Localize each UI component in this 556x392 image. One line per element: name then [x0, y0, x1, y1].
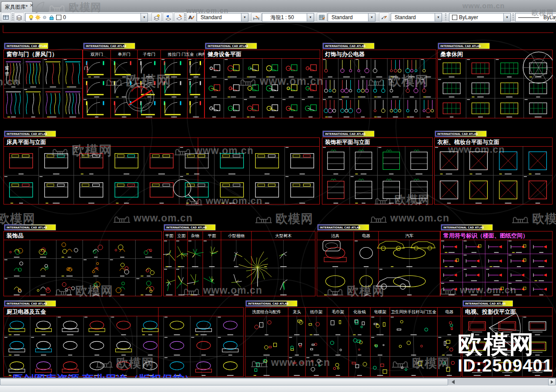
layer-lock-icon[interactable]	[48, 14, 54, 20]
table-style-button[interactable]	[317, 13, 327, 22]
table-style-icon	[318, 14, 325, 21]
cad-sheets: INTERNATIONAL CAD ATLAS窗帘与门（屏风门）窗帘INTERN…	[0, 23, 556, 378]
make-layer-current-icon	[153, 14, 160, 21]
scrollbar-thumb[interactable]	[0, 379, 448, 385]
svg-text:INTERNATIONAL CAD ATLAS: INTERNATIONAL CAD ATLAS	[208, 44, 248, 47]
scroll-right-button[interactable]	[548, 379, 556, 385]
layer-properties-button[interactable]	[14, 13, 24, 22]
cad-panel-beds: INTERNATIONAL CAD ATLAS床具平面与立面	[3, 131, 320, 204]
svg-text:床具平面与立面: 床具平面与立面	[6, 139, 46, 145]
svg-text:INTERNATIONAL CAD ATLAS: INTERNATIONAL CAD ATLAS	[443, 226, 484, 229]
layer-color-swatch[interactable]	[56, 15, 61, 20]
scroll-left-arrow-icon[interactable]	[452, 380, 455, 384]
svg-text:INTERNATIONAL CAD ATLAS: INTERNATIONAL CAD ATLAS	[7, 302, 47, 305]
bylayer-color-swatch	[452, 15, 457, 20]
svg-text:卫生间扶手拉杆与门五金: 卫生间扶手拉杆与门五金	[391, 309, 436, 314]
cad-panel-fitness: INTERNATIONAL CAD ATLAS健身设备平面	[204, 43, 320, 118]
status-strip	[0, 385, 556, 392]
layer-freeze-icon[interactable]	[42, 14, 47, 20]
mleader-style-value: Standard	[395, 14, 416, 20]
dim-style-icon	[253, 14, 260, 21]
cad-panel-tv-projector: INTERNATIONAL CAD ATLAS电视、投影仪平立面	[462, 300, 553, 377]
toolbar-grip	[445, 13, 446, 21]
dim-style-value: 海龍1 : 50	[271, 14, 294, 21]
svg-text:INTERNATIONAL CAD ATLAS: INTERNATIONAL CAD ATLAS	[325, 132, 365, 135]
text-style-icon: A	[188, 14, 195, 21]
svg-text:INTERNATIONAL CAD ATLAS: INTERNATIONAL CAD ATLAS	[86, 44, 126, 47]
svg-text:INTERNATIONAL CAD ATLAS: INTERNATIONAL CAD ATLAS	[437, 132, 478, 135]
dim-style-arrow[interactable]: ▾	[307, 13, 314, 21]
svg-text:立面: 立面	[178, 233, 186, 238]
svg-text:洁具: 洁具	[331, 233, 340, 238]
svg-text:双开门: 双开门	[90, 52, 103, 57]
layer-on-bulb-icon[interactable]	[28, 14, 34, 20]
linetype-control-value: ByLayer	[543, 14, 556, 20]
cad-panel-doors: INTERNATIONAL CAD ATLAS双开门单开门子母门推拉门门五金（构…	[83, 43, 204, 118]
svg-text:INTERNATIONAL CAD ATLAS: INTERNATIONAL CAD ATLAS	[440, 44, 481, 47]
svg-text:化妆镜: 化妆镜	[353, 309, 366, 314]
make-layer-current-button[interactable]	[151, 13, 162, 22]
svg-text:衣柜、梳妆台平面与立面: 衣柜、梳妆台平面与立面	[437, 139, 499, 145]
mleader-style-arrow[interactable]: ▾	[435, 13, 442, 21]
cad-panel-kitchen-bath: INTERNATIONAL CAD ATLAS厨卫电器及五金	[3, 300, 244, 377]
named-view-button[interactable]	[1, 13, 11, 22]
color-control-arrow[interactable]: ▾	[503, 13, 510, 21]
toolbar-grip	[512, 13, 514, 21]
svg-text:电器: 电器	[445, 309, 454, 314]
named-view-icon	[3, 14, 10, 21]
text-style-button[interactable]: A	[186, 13, 197, 22]
horizontal-scrollbar[interactable]	[0, 378, 556, 386]
svg-text:INTERNATIONAL CAD ATLAS: INTERNATIONAL CAD ATLAS	[465, 302, 506, 305]
layer-previous-icon	[164, 14, 171, 21]
cad-panel-lighting: INTERNATIONAL CAD ATLAS灯饰与办公电器	[322, 43, 436, 118]
layer-previous-button[interactable]	[163, 13, 173, 22]
svg-text:汽车: 汽车	[405, 233, 414, 238]
layers-icon	[16, 14, 23, 21]
svg-text:厨卫电器及五金: 厨卫电器及五金	[6, 308, 47, 315]
svg-text:洗面组合与配件: 洗面组合与配件	[252, 309, 281, 314]
layer-thaw-sun-icon[interactable]	[35, 14, 41, 20]
svg-text:电器: 电器	[362, 233, 371, 238]
svg-text:装饰柜平面与立面: 装饰柜平面与立面	[325, 139, 370, 145]
svg-text:毛巾架: 毛巾架	[332, 309, 344, 314]
dim-style-combo[interactable]: 海龍1 : 50 ▾	[262, 13, 314, 22]
cad-panel-ornaments: INTERNATIONAL CAD ATLAS装饰品	[3, 224, 162, 296]
text-style-arrow[interactable]: ▾	[241, 13, 248, 21]
svg-text:平面: 平面	[165, 233, 174, 238]
toolbar-grip	[184, 13, 186, 21]
drawing-canvas[interactable]: INTERNATIONAL CAD ATLAS窗帘与门（屏风门）窗帘INTERN…	[0, 23, 556, 378]
svg-text:单开门: 单开门	[117, 52, 131, 57]
cad-panel-curtains: INTERNATIONAL CAD ATLAS窗帘与门（屏风门）窗帘	[3, 43, 83, 118]
mleader-style-icon	[381, 14, 388, 21]
svg-text:帘: 帘	[5, 71, 9, 76]
cad-panel-bath-fittings: INTERNATIONAL CAD ATLAS洗面组合与配件龙头纸巾架毛巾架化妆…	[245, 300, 461, 377]
file-tab[interactable]: 家具图库*	[1, 1, 33, 13]
svg-text:INTERNATIONAL CAD ATLAS: INTERNATIONAL CAD ATLAS	[325, 44, 365, 47]
mleader-style-button[interactable]	[379, 13, 389, 22]
layer-states-button[interactable]	[174, 13, 184, 22]
svg-text:小型植物: 小型植物	[228, 233, 245, 238]
mleader-style-combo[interactable]: Standard ▾	[391, 13, 442, 22]
text-style-value: Standard	[201, 14, 222, 20]
color-control-value: ByLayer	[459, 14, 478, 20]
dim-style-button[interactable]	[251, 13, 261, 22]
table-style-combo[interactable]: Standard ▾	[328, 13, 375, 22]
toolbar-grip	[12, 13, 13, 21]
svg-text:装饰品: 装饰品	[6, 232, 23, 239]
cad-panel-wardrobes: INTERNATIONAL CAD ATLAS衣柜、梳妆台平面与立面	[434, 131, 553, 204]
tab-close-icon[interactable]: ✕	[30, 3, 33, 8]
svg-text:窗帘与门（屏风门）: 窗帘与门（屏风门）	[7, 51, 57, 57]
color-control-combo[interactable]: ByLayer ▾	[449, 13, 511, 22]
svg-text:推拉门: 推拉门	[167, 52, 181, 57]
cad-panel-sauna: INTERNATIONAL CAD ATLAS桑拿休闲	[437, 43, 553, 118]
table-style-arrow[interactable]: ▾	[368, 13, 375, 21]
svg-text:龙头: 龙头	[293, 309, 301, 314]
svg-text:子母门: 子母门	[143, 52, 155, 57]
layer-combo-value: 0	[63, 14, 66, 20]
layer-combo[interactable]: 0 ▾	[25, 13, 148, 22]
linetype-control-combo[interactable]: ByLayer	[515, 13, 556, 22]
svg-text:A: A	[188, 15, 192, 20]
layer-combo-arrow[interactable]: ▾	[141, 13, 147, 21]
cad-panel-symbols: INTERNATIONAL CAD ATLAS常用符号标识（楼面、图纸空间）	[440, 224, 553, 296]
text-style-combo[interactable]: Standard ▾	[197, 13, 248, 22]
